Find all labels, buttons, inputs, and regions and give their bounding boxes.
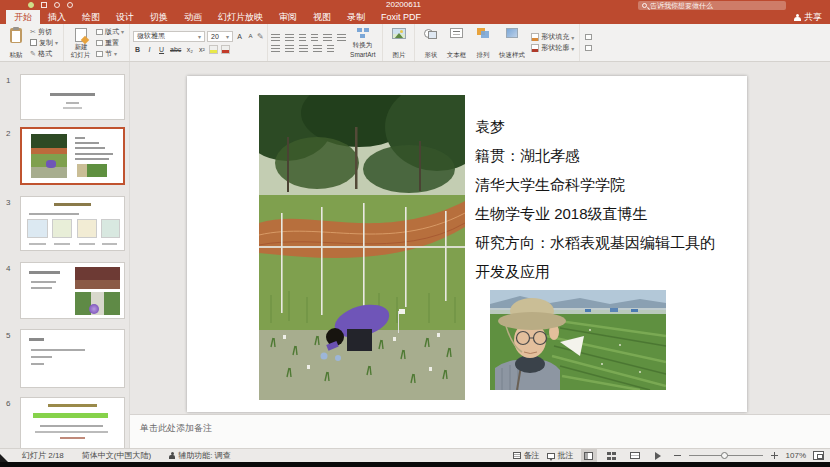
convert-to-smartart-button[interactable]: 转换为 SmartArt	[346, 26, 380, 59]
strikethrough-button[interactable]: abc	[169, 45, 182, 55]
layout-button[interactable]: 版式 ▾	[94, 27, 126, 37]
language-indicator[interactable]: 简体中文(中国大陆)	[82, 450, 151, 461]
justify-icon[interactable]	[313, 45, 322, 52]
copy-button[interactable]: 复制 ▾	[28, 38, 60, 48]
increase-indent-icon[interactable]	[311, 34, 318, 41]
slide-text-block[interactable]: 袁梦 籍贯：湖北孝感 清华大学生命科学学院 生物学专业 2018级直博生 研究方…	[475, 112, 743, 286]
zoom-slider-thumb[interactable]	[721, 452, 728, 459]
bold-button[interactable]: B	[133, 45, 142, 55]
superscript-button[interactable]: x²	[197, 45, 206, 55]
chevron-down-icon: ▾	[571, 45, 574, 52]
tab-insert[interactable]: 插入	[40, 10, 74, 24]
font-color-button[interactable]	[221, 45, 230, 54]
zoom-out-button[interactable]	[673, 451, 682, 460]
columns-icon[interactable]	[327, 45, 334, 52]
thumbnail-slide-5[interactable]	[20, 329, 125, 388]
notes-placeholder[interactable]: 单击此处添加备注	[140, 422, 830, 435]
redo-icon[interactable]	[67, 2, 73, 8]
rice-planting-photo[interactable]	[259, 95, 465, 400]
align-center-icon[interactable]	[285, 45, 294, 52]
slide-number-2: 2	[6, 129, 10, 138]
comments-toggle[interactable]: 批注	[547, 450, 574, 461]
text-direction-icon[interactable]	[337, 34, 346, 41]
align-left-icon[interactable]	[271, 45, 280, 52]
title-bar: 20200611 告诉我你想要做什么	[0, 0, 830, 10]
numbering-icon[interactable]	[285, 34, 294, 41]
slideshow-button[interactable]	[650, 449, 666, 462]
fit-slide-button[interactable]	[813, 451, 824, 460]
tab-design[interactable]: 设计	[108, 10, 142, 24]
paste-button[interactable]: 粘贴	[3, 26, 28, 59]
shapes-button[interactable]: 形状	[418, 26, 443, 59]
accessibility-status[interactable]: 辅助功能: 调查	[169, 450, 230, 461]
tab-foxit-pdf[interactable]: Foxit PDF	[373, 10, 429, 24]
tab-draw[interactable]: 绘图	[74, 10, 108, 24]
reset-button[interactable]: 重置	[94, 38, 126, 48]
subscript-button[interactable]: x₂	[185, 45, 194, 55]
slide-sorter-view-button[interactable]	[604, 449, 620, 462]
shape-fill-button[interactable]: 形状填充 ▾	[529, 32, 576, 42]
thumbnail-row-6: 6	[0, 397, 129, 448]
search-box[interactable]: 告诉我你想要做什么	[638, 1, 786, 10]
highlight-color-button[interactable]	[209, 45, 218, 54]
chevron-down-icon: ▾	[226, 33, 229, 40]
share-button[interactable]: 共享	[794, 10, 822, 24]
picture-button[interactable]: 图片	[386, 26, 411, 59]
textbox-button[interactable]: 文本框	[443, 26, 470, 59]
quick-styles-button[interactable]: 快速样式	[495, 26, 529, 59]
autosave-icon[interactable]	[28, 2, 34, 8]
font-name-combo[interactable]: 微软雅黑 ▾	[133, 31, 205, 42]
format-painter-icon: ✎	[30, 50, 36, 57]
notes-pane[interactable]: 单击此处添加备注	[130, 414, 830, 448]
quick-access-toolbar	[28, 2, 73, 8]
clipboard-group: 粘贴 ✂ 剪切 复制 ▾ ✎ 格式	[0, 24, 64, 61]
editing-button-2[interactable]	[583, 43, 594, 53]
decrease-indent-icon[interactable]	[299, 34, 306, 41]
underline-button[interactable]: U	[157, 45, 166, 55]
format-painter-button[interactable]: ✎ 格式	[28, 49, 60, 59]
save-icon[interactable]	[41, 2, 47, 8]
tab-view[interactable]: 视图	[305, 10, 339, 24]
zoom-level[interactable]: 107%	[786, 451, 806, 460]
thumbnail-slide-6[interactable]	[20, 397, 125, 448]
selfie-photo[interactable]	[490, 290, 666, 390]
arrange-button[interactable]: 排列	[470, 26, 495, 59]
slides-group: 新建 幻灯片 版式 ▾ 重置 节 ▾	[64, 24, 130, 61]
thumbnail-slide-4[interactable]	[20, 262, 125, 319]
font-size-combo[interactable]: 20 ▾	[207, 31, 233, 42]
bullets-icon[interactable]	[271, 34, 280, 41]
shrink-font-button[interactable]: A	[246, 31, 255, 41]
zoom-in-button[interactable]	[770, 451, 779, 460]
normal-view-button[interactable]	[581, 449, 597, 462]
reading-view-button[interactable]	[627, 449, 643, 462]
thumbnail-row-3: 3	[0, 196, 129, 251]
powerpoint-window: 20200611 告诉我你想要做什么 开始 插入 绘图 设计 切换 动画 幻灯片…	[0, 0, 830, 467]
quick-styles-icon	[506, 28, 518, 38]
thumbnail-slide-2-selected[interactable]	[20, 127, 125, 185]
tab-home[interactable]: 开始	[6, 10, 40, 24]
new-slide-label-2: 幻灯片	[71, 51, 90, 57]
zoom-slider[interactable]	[689, 451, 763, 460]
slide-canvas[interactable]: 袁梦 籍贯：湖北孝感 清华大学生命科学学院 生物学专业 2018级直博生 研究方…	[187, 76, 747, 412]
line-spacing-icon[interactable]	[323, 34, 332, 41]
slide-number-3: 3	[6, 198, 10, 207]
shape-outline-button[interactable]: 形状轮廓 ▾	[529, 43, 576, 53]
tab-slideshow[interactable]: 幻灯片放映	[210, 10, 271, 24]
notes-toggle[interactable]: 备注	[513, 450, 540, 461]
align-right-icon[interactable]	[299, 45, 308, 52]
slide-text-line-3: 清华大学生命科学学院	[475, 170, 743, 199]
undo-icon[interactable]	[54, 2, 60, 8]
editing-button-1[interactable]	[583, 32, 594, 42]
section-button[interactable]: 节 ▾	[94, 49, 126, 59]
tab-review[interactable]: 审阅	[271, 10, 305, 24]
tab-recording[interactable]: 录制	[339, 10, 373, 24]
tab-transitions[interactable]: 切换	[142, 10, 176, 24]
tab-animations[interactable]: 动画	[176, 10, 210, 24]
italic-button[interactable]: I	[145, 45, 154, 55]
cut-button[interactable]: ✂ 剪切	[28, 27, 60, 37]
thumbnail-slide-3[interactable]	[20, 196, 125, 251]
new-slide-button[interactable]: 新建 幻灯片	[67, 26, 94, 59]
clear-format-icon[interactable]: ✎	[257, 32, 264, 41]
grow-font-button[interactable]: A	[235, 31, 244, 41]
thumbnail-slide-1[interactable]	[20, 74, 125, 120]
